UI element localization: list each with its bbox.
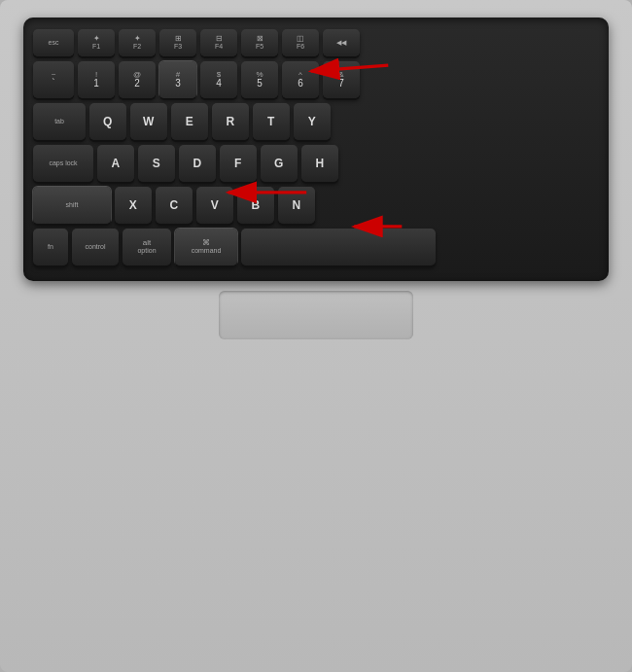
key-command[interactable]: ⌘ command <box>175 229 237 265</box>
key6-bottom: 6 <box>298 79 303 88</box>
key-3[interactable]: # 3 <box>159 61 196 98</box>
f3-icon: ⊞ <box>175 35 182 43</box>
keyboard-area: esc ✦ F1 ✦ F2 ⊞ F3 ⊟ F4 ⊠ F5 <box>23 18 609 281</box>
caps-label: caps lock <box>49 159 77 167</box>
key-t[interactable]: T <box>253 103 290 140</box>
f2-label: F2 <box>133 43 141 51</box>
key-1[interactable]: ! 1 <box>78 61 115 98</box>
cmd-label: command <box>192 247 222 255</box>
key-tilde[interactable]: ~ ` <box>33 61 74 98</box>
key-b[interactable]: B <box>237 187 274 224</box>
option-alt-label: alt <box>143 239 151 247</box>
tab-label: tab <box>54 118 64 125</box>
key-f1[interactable]: ✦ F1 <box>78 29 115 56</box>
key-x[interactable]: X <box>115 187 152 224</box>
n-label: N <box>292 198 300 212</box>
touchpad[interactable] <box>219 291 413 339</box>
w-label: W <box>143 115 155 128</box>
r-label: R <box>226 115 234 128</box>
esc-label: esc <box>49 39 59 47</box>
h-label: H <box>315 157 324 170</box>
key-e[interactable]: E <box>171 103 208 140</box>
key3-bottom: 3 <box>175 79 181 88</box>
key-r[interactable]: R <box>212 103 249 140</box>
asdf-row: caps lock A S D F G H <box>33 145 599 182</box>
a-label: A <box>111 157 120 170</box>
key-c[interactable]: C <box>156 187 193 224</box>
f4-icon: ⊟ <box>216 35 223 43</box>
c-label: C <box>169 198 178 212</box>
x-label: X <box>129 198 138 212</box>
laptop-frame: esc ✦ F1 ✦ F2 ⊞ F3 ⊟ F4 ⊠ F5 <box>0 0 632 672</box>
key-s[interactable]: S <box>138 145 175 182</box>
key-w[interactable]: W <box>130 103 167 140</box>
b-label: B <box>251 198 260 212</box>
key-option[interactable]: alt option <box>123 229 171 265</box>
f3-label: F3 <box>174 43 182 51</box>
f1-icon: ✦ <box>93 35 100 43</box>
key-fn[interactable]: fn <box>33 229 68 265</box>
y-label: Y <box>308 115 317 128</box>
s-label: S <box>153 157 161 170</box>
key-media[interactable]: ◀◀ <box>323 29 360 56</box>
key-space[interactable] <box>241 229 436 265</box>
key-a[interactable]: A <box>97 145 134 182</box>
d-label: D <box>193 157 201 170</box>
key4-bottom: 4 <box>216 79 222 88</box>
f5-icon: ⊠ <box>257 35 263 43</box>
key-tab[interactable]: tab <box>33 103 86 140</box>
key7-bottom: 7 <box>338 79 344 88</box>
key-7[interactable]: & 7 <box>323 61 360 98</box>
qwerty-row: tab Q W E R T Y <box>33 103 599 140</box>
key-4[interactable]: $ 4 <box>200 61 237 98</box>
g-label: G <box>274 157 284 170</box>
key2-bottom: 2 <box>134 79 140 88</box>
tilde-bottom: ` <box>52 79 54 88</box>
key-g[interactable]: G <box>261 145 298 182</box>
key-q[interactable]: Q <box>89 103 126 140</box>
e-label: E <box>186 115 194 128</box>
option-label: option <box>137 247 156 255</box>
q-label: Q <box>103 115 113 128</box>
f-label: F <box>234 157 242 170</box>
key-f[interactable]: F <box>220 145 257 182</box>
zxcv-row: shift X C V B N <box>33 187 599 224</box>
shift-label: shift <box>66 201 79 209</box>
bottom-row: fn control alt option ⌘ command <box>33 229 599 265</box>
t-label: T <box>267 115 275 128</box>
key-f4[interactable]: ⊟ F4 <box>200 29 237 56</box>
key-d[interactable]: D <box>179 145 216 182</box>
key-h[interactable]: H <box>301 145 338 182</box>
number-row: ~ ` ! 1 @ 2 # 3 $ 4 % 5 <box>33 61 599 98</box>
f6-label: F6 <box>297 43 304 51</box>
v-label: V <box>211 198 220 212</box>
media-icon: ◀◀ <box>336 39 346 47</box>
key-shift-left[interactable]: shift <box>33 187 111 224</box>
key-5[interactable]: % 5 <box>241 61 278 98</box>
f6-icon: ◫ <box>297 35 304 43</box>
key-n[interactable]: N <box>278 187 315 224</box>
key-f6[interactable]: ◫ F6 <box>282 29 319 56</box>
f2-icon: ✦ <box>134 35 141 43</box>
fn-label: fn <box>48 243 53 251</box>
key-esc[interactable]: esc <box>33 29 74 56</box>
f4-label: F4 <box>215 43 223 51</box>
key-f5[interactable]: ⊠ F5 <box>241 29 278 56</box>
key-v[interactable]: V <box>196 187 233 224</box>
f5-label: F5 <box>256 43 263 51</box>
control-label: control <box>85 243 105 251</box>
key-2[interactable]: @ 2 <box>119 61 156 98</box>
key5-bottom: 5 <box>257 79 263 88</box>
key-control[interactable]: control <box>72 229 119 265</box>
key-f2[interactable]: ✦ F2 <box>119 29 156 56</box>
key-capslock[interactable]: caps lock <box>33 145 93 182</box>
cmd-icon: ⌘ <box>202 239 210 247</box>
key-f3[interactable]: ⊞ F3 <box>159 29 196 56</box>
f1-label: F1 <box>92 43 100 51</box>
key-6[interactable]: ^ 6 <box>282 61 319 98</box>
key-y[interactable]: Y <box>294 103 331 140</box>
function-row: esc ✦ F1 ✦ F2 ⊞ F3 ⊟ F4 ⊠ F5 <box>33 29 599 56</box>
key1-bottom: 1 <box>93 79 99 88</box>
